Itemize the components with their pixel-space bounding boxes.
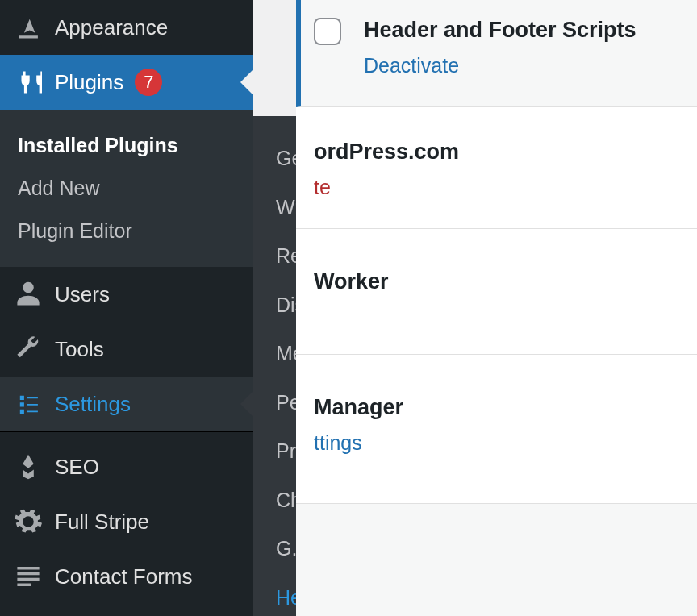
plugin-action-link[interactable]: Deactivate <box>364 54 459 77</box>
menu-tools[interactable]: Tools <box>0 322 253 377</box>
plugin-title: Manager <box>314 395 403 420</box>
plugins-icon <box>15 69 42 96</box>
plugin-title: Worker <box>314 269 389 294</box>
menu-seo[interactable]: SEO <box>0 439 253 494</box>
menu-label: Full Stripe <box>55 510 149 535</box>
form-icon <box>15 563 42 590</box>
plugins-list: Header and Footer ScriptsDeactivateordPr… <box>296 0 697 616</box>
plugin-row: Managerttings <box>296 355 697 504</box>
plugin-row: ordPress.comte <box>296 107 697 229</box>
tools-icon <box>15 335 42 363</box>
plugin-title: ordPress.com <box>314 139 459 164</box>
seo-icon <box>15 453 42 481</box>
menu-users[interactable]: Users <box>0 267 253 322</box>
menu-label: Plugins <box>55 70 123 95</box>
plugins-submenu: Installed PluginsAdd NewPlugin Editor <box>0 110 253 267</box>
menu-fullstripe[interactable]: Full Stripe <box>0 494 253 549</box>
submenu-item[interactable]: Installed Plugins <box>0 124 253 167</box>
menu-label: SEO <box>55 455 99 480</box>
menu-appearance[interactable]: Appearance <box>0 0 253 55</box>
submenu-item[interactable]: Plugin Editor <box>0 210 253 252</box>
plugin-actions: te <box>314 176 459 199</box>
admin-sidebar: Appearance Plugins 7 Installed PluginsAd… <box>0 0 253 616</box>
plugin-actions: Deactivate <box>364 54 636 77</box>
plugin-checkbox[interactable] <box>314 18 341 45</box>
update-badge: 7 <box>135 69 162 96</box>
menu-plugins[interactable]: Plugins 7 <box>0 55 253 110</box>
plugin-action-link[interactable]: ttings <box>314 431 362 454</box>
plugin-row: Header and Footer ScriptsDeactivate <box>296 0 697 107</box>
gear-icon <box>15 508 42 535</box>
plugin-actions: ttings <box>314 431 403 455</box>
menu-settings[interactable]: Settings <box>0 377 253 431</box>
menu-label: Tools <box>55 337 104 362</box>
plugin-row: Worker <box>296 229 697 355</box>
menu-label: Contact Forms <box>55 564 193 589</box>
settings-icon <box>15 390 42 418</box>
menu-contactforms[interactable]: Contact Forms <box>0 549 253 604</box>
menu-separator <box>0 431 253 439</box>
menu-label: Appearance <box>55 15 168 40</box>
users-icon <box>15 281 42 308</box>
submenu-item[interactable]: Add New <box>0 167 253 210</box>
plugin-action-link[interactable]: te <box>314 176 331 198</box>
menu-label: Users <box>55 282 110 307</box>
menu-label: Settings <box>55 392 131 417</box>
appearance-icon <box>15 14 42 41</box>
plugin-title: Header and Footer Scripts <box>364 18 636 43</box>
